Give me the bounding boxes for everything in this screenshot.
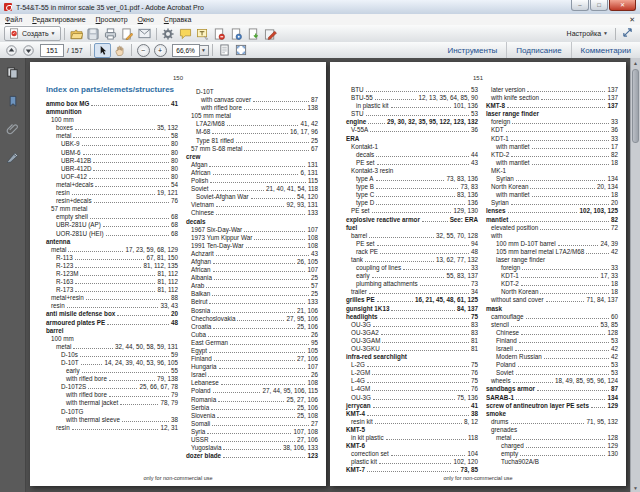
index-entry: Serbia25, 106: [186, 404, 318, 412]
pdf-page-150[interactable]: 150 Index on parts/elemets/structures am…: [30, 62, 326, 486]
dot-leader: [214, 279, 309, 280]
index-entry: North Korean20, 134: [486, 183, 618, 191]
gear-button[interactable]: [160, 27, 177, 41]
index-entry-label: Syrian: [496, 175, 514, 183]
zoom-in-button[interactable]: +: [154, 44, 167, 57]
index-entry: empty shell68: [46, 213, 178, 221]
scrollbar-thumb[interactable]: [632, 69, 639, 143]
print-button[interactable]: [102, 27, 119, 41]
pdf-page-151[interactable]: 151 BTU53BTU-5512, 13, 35, 64, 85, 90in …: [330, 62, 626, 486]
pdf-blue-badge-button[interactable]: [228, 27, 245, 41]
index-entry-label: STU: [351, 110, 364, 118]
index-entry-pages: 71, 84, 137: [586, 296, 618, 304]
index-entry: D-10TG: [46, 408, 178, 416]
scroll-down-icon[interactable]: ▼: [631, 483, 640, 492]
zoom-level-input[interactable]: 66,6%: [172, 44, 200, 57]
index-entry-label: Beirut: [191, 298, 207, 306]
menu-view[interactable]: Просмотр: [91, 15, 133, 25]
dot-leader: [516, 399, 605, 400]
menu-edit[interactable]: Редактирование: [27, 15, 90, 25]
close-button[interactable]: ✕: [609, 0, 636, 11]
dot-leader: [376, 204, 465, 205]
dot-leader: [223, 457, 305, 458]
dot-leader: [212, 295, 309, 296]
index-entry: jerrycan41: [346, 402, 478, 410]
tab-tools[interactable]: Инструменты: [438, 42, 506, 58]
previous-page-button[interactable]: [3, 43, 20, 57]
pdf-red-badge-button[interactable]: [211, 27, 228, 41]
dot-leader: [83, 154, 169, 155]
tab-comments[interactable]: Комментарии: [572, 42, 640, 58]
index-entry: R-123M81, 112: [46, 270, 178, 278]
document-close-icon[interactable]: ✕: [629, 16, 635, 23]
comment-button[interactable]: [177, 27, 194, 41]
index-entry-label: with mantlet: [496, 159, 530, 167]
index-entry-label: KDT-1: [501, 272, 519, 280]
dot-leader: [391, 310, 455, 311]
index-entry: grenades: [486, 426, 618, 434]
zoom-dropdown-button[interactable]: ▼: [200, 45, 209, 56]
edit-page-button[interactable]: [119, 27, 136, 41]
index-entry: KMT-8137: [486, 102, 618, 110]
menu-help[interactable]: Справка: [159, 15, 196, 25]
maximize-button[interactable]: □: [590, 0, 608, 11]
index-entry-pages: 38: [471, 410, 478, 418]
index-entry-label: barrel: [46, 327, 64, 335]
bookmarks-panel-button[interactable]: [7, 93, 19, 111]
index-entry-label: Israel: [191, 371, 206, 379]
index-entry-pages: 57: [311, 282, 318, 290]
index-entry-pages: 13, 62, 77, 132: [436, 256, 478, 264]
expand-window-button[interactable]: [619, 25, 636, 39]
index-entry: barrel: [46, 327, 178, 335]
open-file-button[interactable]: [68, 27, 85, 41]
create-pdf-button[interactable]: Создать ▼: [4, 26, 61, 41]
minimize-button[interactable]: –: [571, 0, 589, 11]
attachments-panel-button[interactable]: [6, 121, 19, 139]
pdf-red-badge-icon: [213, 28, 225, 40]
sign-button[interactable]: [262, 27, 279, 41]
pages-panel-button[interactable]: [6, 65, 19, 83]
index-entry-label: Hungaria: [191, 363, 217, 371]
zoom-out-icon: −: [141, 47, 145, 54]
vertical-scrollbar[interactable]: ▲ ▼: [630, 58, 640, 492]
acrobat-create-icon: [9, 28, 20, 39]
index-entry: East German95: [186, 339, 318, 347]
index-entry-pages: 68: [171, 230, 178, 238]
scroll-view-button[interactable]: [216, 43, 233, 57]
pdf-export-button[interactable]: [245, 27, 262, 41]
dot-leader: [382, 342, 469, 343]
dot-leader: [67, 307, 159, 308]
index-entry: Chinese133: [186, 209, 318, 217]
hand-tool-button[interactable]: [111, 43, 128, 57]
fit-page-button[interactable]: [233, 43, 250, 57]
index-entry-pages: 78, 79: [160, 399, 178, 407]
scroll-up-icon[interactable]: ▲: [631, 58, 640, 67]
chevron-down-icon: ▼: [201, 48, 206, 53]
signatures-panel-button[interactable]: [6, 149, 19, 167]
index-entry: with rifled bore138: [186, 104, 318, 112]
dot-leader: [366, 115, 469, 116]
index-entry-pages: 83: [471, 321, 478, 329]
dot-leader: [216, 206, 284, 207]
menu-file[interactable]: Файл: [0, 15, 27, 25]
menu-window[interactable]: Окно: [133, 15, 159, 25]
index-entry: resin+decals76: [46, 197, 178, 205]
page-number-input[interactable]: 151: [40, 44, 64, 57]
index-entry: 105 mm metal: [186, 112, 318, 120]
index-entry-pages: 25, 106: [297, 323, 318, 331]
zoom-out-button[interactable]: −: [137, 44, 150, 57]
settings-button[interactable]: Настройка ▼: [563, 25, 612, 42]
index-entry: M-6816, 17, 96: [186, 128, 318, 136]
email-button[interactable]: [136, 27, 153, 41]
save-button[interactable]: [85, 27, 102, 41]
index-entry-label: Croatia: [191, 323, 211, 331]
index-entry-pages: 137: [607, 94, 618, 102]
index-entry: decals: [186, 218, 318, 226]
index-entry: African6, 131: [186, 169, 318, 177]
index-entry-label: with rifled bore: [66, 391, 107, 399]
text-note-button[interactable]: [194, 27, 211, 41]
next-page-button[interactable]: [20, 43, 37, 57]
tab-sign[interactable]: Подписание: [507, 42, 570, 58]
index-entry-label: dozer blade: [186, 452, 221, 460]
select-tool-button[interactable]: [94, 43, 111, 58]
